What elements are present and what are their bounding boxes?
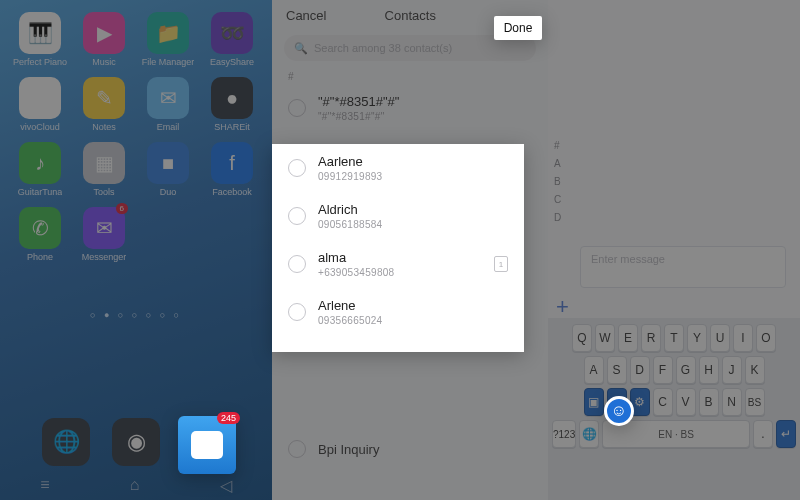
app-label: Duo [160,187,177,197]
app-label: Phone [27,252,53,262]
radio-unchecked[interactable] [288,99,306,117]
app-label: GuitarTuna [18,187,63,197]
done-button[interactable]: Done [494,16,542,40]
app-perfect-piano[interactable]: 🎹Perfect Piano [8,12,72,67]
cancel-button[interactable]: Cancel [286,8,326,23]
notification-badge: 245 [217,412,240,424]
key-t[interactable]: T [664,324,684,352]
key-i[interactable]: I [733,324,753,352]
kb-row-2: A S D F G H J K [552,356,796,384]
messages-icon [191,431,223,459]
pencil-icon: ✎ [83,77,125,119]
section-header-hash: # [272,69,548,84]
nav-back[interactable]: ◁ [220,476,232,495]
app-messenger[interactable]: ✉6Messenger [72,207,136,262]
index-letter[interactable]: B [554,176,561,187]
key-period[interactable]: . [753,420,773,448]
kb-row-3: ▣ ⚙ C V B N BS [552,388,796,416]
key-v[interactable]: V [676,388,696,416]
key-a[interactable]: A [584,356,604,384]
contact-row[interactable]: Bpi Inquiry [272,430,548,468]
share-icon: ● [211,77,253,119]
key-y[interactable]: Y [687,324,707,352]
app-facebook[interactable]: fFacebook [200,142,264,197]
contacts-highlight: Aarlene 09912919893 Aldrich 09056188584 … [272,144,524,352]
app-tools[interactable]: ▦Tools [72,142,136,197]
nav-recents[interactable]: ≡ [40,476,49,494]
app-label: Music [92,57,116,67]
app-shareit[interactable]: ●SHAREit [200,77,264,132]
key-f[interactable]: F [653,356,673,384]
facebook-icon: f [211,142,253,184]
key-e[interactable]: E [618,324,638,352]
key-b[interactable]: B [699,388,719,416]
app-email[interactable]: ✉Email [136,77,200,132]
app-guitartuna[interactable]: ♪GuitarTuna [8,142,72,197]
radio-unchecked[interactable] [288,159,306,177]
key-j[interactable]: J [722,356,742,384]
app-duo[interactable]: ■Duo [136,142,200,197]
index-letter[interactable]: D [554,212,561,223]
app-label: Email [157,122,180,132]
app-label: Tools [93,187,114,197]
index-letter[interactable]: # [554,140,561,151]
radio-unchecked[interactable] [288,255,306,273]
key-globe[interactable]: 🌐 [579,420,599,448]
key-g[interactable]: G [676,356,696,384]
contact-number: "#"*#8351#"#" [318,111,532,122]
key-w[interactable]: W [595,324,615,352]
folder-icon: 📁 [147,12,189,54]
nav-home[interactable]: ⌂ [130,476,140,494]
piano-icon: 🎹 [19,12,61,54]
alpha-index[interactable]: # A B C D [548,140,561,223]
contact-name: "#"*#8351#"#" [318,94,532,109]
radio-unchecked[interactable] [288,207,306,225]
dock-camera[interactable]: ◉ [112,418,160,466]
key-enter[interactable]: ↵ [776,420,796,448]
key-s[interactable]: S [607,356,627,384]
app-phone[interactable]: ✆Phone [8,207,72,262]
dock-messages[interactable]: 245 [178,416,236,474]
index-letter[interactable]: C [554,194,561,205]
key-q[interactable]: Q [572,324,592,352]
key-gif[interactable]: ▣ [584,388,604,416]
contact-number: 09912919893 [318,171,508,182]
key-o[interactable]: O [756,324,776,352]
app-label: Perfect Piano [13,57,67,67]
video-icon: ■ [147,142,189,184]
dock-browser[interactable]: 🌐 [42,418,90,466]
key-c[interactable]: C [653,388,673,416]
contact-special[interactable]: "#"*#8351#"#" "#"*#8351#"#" [272,84,548,132]
key-r[interactable]: R [641,324,661,352]
cloud-icon: ☁ [19,77,61,119]
key-n[interactable]: N [722,388,742,416]
radio-unchecked[interactable] [288,303,306,321]
contacts-title: Contacts [326,8,494,23]
app-music[interactable]: ▶Music [72,12,136,67]
app-notes[interactable]: ✎Notes [72,77,136,132]
notification-badge: 6 [116,203,128,214]
search-icon: 🔍 [294,42,308,55]
app-label: vivoCloud [20,122,60,132]
contact-row[interactable]: Aldrich 09056188584 [272,192,524,240]
link-icon: ➿ [211,12,253,54]
key-d[interactable]: D [630,356,650,384]
add-attachment-button[interactable]: + [556,294,569,320]
key-symbols[interactable]: ?123 [552,420,576,448]
message-input[interactable]: Enter message [580,246,786,288]
key-h[interactable]: H [699,356,719,384]
key-u[interactable]: U [710,324,730,352]
key-k[interactable]: K [745,356,765,384]
app-easyshare[interactable]: ➿EasyShare [200,12,264,67]
app-file-manager[interactable]: 📁File Manager [136,12,200,67]
virtual-keyboard: Q W E R T Y U I O A S D F G H J K ▣ ⚙ C … [548,318,800,500]
radio-unchecked[interactable] [288,440,306,458]
contact-row[interactable]: alma +639053459808 1 [272,240,524,288]
index-letter[interactable]: A [554,158,561,169]
emoji-key[interactable]: ☺ [604,396,634,426]
key-backspace[interactable]: BS [745,388,765,416]
app-label: File Manager [142,57,195,67]
contact-row[interactable]: Arlene 09356665024 [272,288,524,336]
contact-row[interactable]: Aarlene 09912919893 [272,144,524,192]
app-vivocloud[interactable]: ☁vivoCloud [8,77,72,132]
